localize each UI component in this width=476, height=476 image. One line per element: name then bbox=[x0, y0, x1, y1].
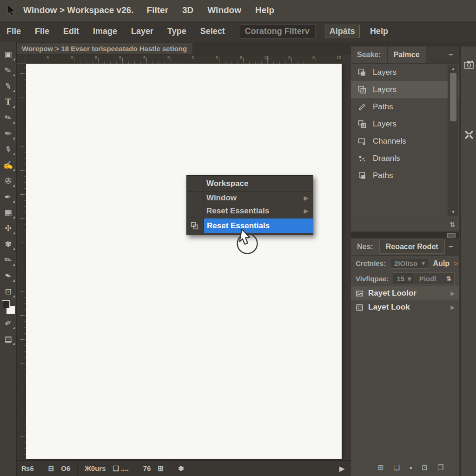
gear-icon: ❃ bbox=[178, 464, 184, 473]
flyout-triangle-icon bbox=[13, 121, 15, 124]
layet-look-row[interactable]: Layet Look ▶ bbox=[351, 300, 459, 314]
statusbar-text: Ж0urs bbox=[85, 464, 106, 472]
link-icon[interactable]: ⊞ bbox=[378, 463, 384, 472]
panel-divider[interactable] bbox=[351, 231, 459, 238]
layers-panel-list: LayersLayersPathsLayersChannelsDraanlsPa… bbox=[351, 64, 459, 219]
layers-panel-item-draanls-5[interactable]: Draanls bbox=[351, 150, 459, 167]
item-label: Channels bbox=[373, 137, 406, 146]
rayet-loolor-row[interactable]: Rayet Loolor ▶ bbox=[351, 286, 459, 300]
left-toolbar: ▣✎✎T✎✏✎✍✇✒▦✣✾✎✒⊡✐▤ bbox=[0, 42, 17, 476]
crctnles-dropdown[interactable]: 2IOliso ▾ bbox=[390, 258, 429, 269]
menubar-item-file-1[interactable]: File bbox=[35, 26, 49, 36]
layers-icon bbox=[191, 222, 198, 231]
cross-icon[interactable] bbox=[461, 130, 476, 141]
camera-icon[interactable] bbox=[461, 60, 476, 72]
tab-reoacer-rodet[interactable]: Reoacer Rodet bbox=[379, 240, 445, 254]
lasso-tool-icon: ✍ bbox=[3, 160, 13, 170]
titlebar-menu-help[interactable]: Help bbox=[255, 5, 274, 15]
menubar-item-edit-2[interactable]: Edit bbox=[63, 26, 79, 36]
flyout-triangle-icon bbox=[13, 279, 15, 282]
pattern-stamp-tool[interactable]: ▤ bbox=[0, 331, 16, 347]
layers-panel-item-layers-3[interactable]: Layers bbox=[351, 115, 459, 132]
titlebar: Window > Workspace v26. Filter 3D Window… bbox=[0, 0, 476, 20]
submenu-arrow-icon: ▶ bbox=[304, 208, 308, 214]
lasso-tool-2[interactable]: ✾ bbox=[0, 236, 16, 252]
adjustment-icon[interactable]: ▪ bbox=[410, 464, 412, 472]
crop-tool-icon: ▣ bbox=[4, 50, 12, 60]
menubar-item-select-6[interactable]: Select bbox=[200, 26, 225, 36]
tab-seake[interactable]: Seake: bbox=[351, 46, 387, 63]
context-menu-item-window[interactable]: Window ▶ bbox=[187, 192, 313, 205]
titlebar-menu-filter[interactable]: Filter bbox=[147, 5, 168, 15]
new-layer-icon[interactable]: ❐ bbox=[437, 463, 443, 472]
expand-arrow-icon[interactable]: ▶ bbox=[451, 291, 455, 297]
tab-nes[interactable]: Nes: bbox=[351, 238, 379, 255]
panel-scrollbar[interactable]: ▲ ▼ bbox=[448, 65, 458, 216]
color-swatches-icon[interactable] bbox=[1, 300, 15, 315]
type-tool[interactable]: T bbox=[0, 94, 16, 110]
layers-panel-item-layers-0[interactable]: Layers bbox=[351, 64, 459, 81]
scroll-up-icon[interactable]: ▲ bbox=[451, 65, 456, 73]
expand-arrow-icon[interactable]: ▶ bbox=[451, 304, 455, 311]
status-bar: ₨6⊟ O6Ж0urs❏ ....76⊞ ❃ ▶ bbox=[17, 460, 351, 476]
menubar-item-help[interactable]: Help bbox=[370, 26, 388, 36]
scroll-down-icon[interactable]: ▼ bbox=[451, 208, 456, 216]
titlebar-menu-window[interactable]: Window bbox=[207, 5, 241, 15]
pen-tool-4[interactable]: ✎ bbox=[0, 252, 16, 268]
stamp-tool[interactable]: ✇ bbox=[0, 173, 16, 189]
dropdown-value: 2IOliso bbox=[394, 259, 417, 267]
pen-tool-2[interactable]: ✎ bbox=[0, 110, 16, 126]
updown-arrows-icon[interactable]: ⇅ bbox=[450, 221, 455, 228]
ruler-corner bbox=[17, 55, 26, 64]
aulp-label: Aulp bbox=[433, 259, 450, 268]
layers-panel-item-layers-1[interactable]: Layers bbox=[351, 81, 459, 98]
type-tool-icon: T bbox=[5, 97, 11, 107]
collapse-panel-button[interactable]: − bbox=[449, 51, 453, 59]
menubar-item-file-0[interactable]: File bbox=[7, 26, 21, 36]
pen-tool[interactable]: ✎ bbox=[0, 62, 16, 78]
row-label: Rayet Loolor bbox=[368, 289, 416, 298]
marquee-tool[interactable]: ▦ bbox=[0, 205, 16, 220]
layers-icon bbox=[358, 86, 366, 94]
context-menu-item-reset-essentials[interactable]: Reset Essentials ▶ bbox=[187, 205, 313, 218]
scrollbar-thumb[interactable] bbox=[450, 73, 456, 121]
menubar-item-type-5[interactable]: Type bbox=[167, 26, 186, 36]
menubar-item-layer-4[interactable]: Layer bbox=[131, 26, 153, 36]
flyout-triangle-icon bbox=[13, 153, 15, 155]
ruler-number: 3 bbox=[192, 55, 194, 60]
crop-tool[interactable]: ▣ bbox=[0, 46, 16, 62]
image-icon bbox=[356, 290, 364, 298]
flyout-triangle-icon bbox=[13, 248, 15, 250]
tab-palmce[interactable]: Palmce bbox=[387, 46, 426, 63]
ruler-number: 8 bbox=[312, 55, 315, 60]
color-swatches[interactable] bbox=[0, 299, 16, 315]
size-dropdown[interactable]: 15 ▾ bbox=[393, 273, 415, 284]
updown-arrows-icon[interactable]: ⇅ bbox=[446, 275, 454, 282]
ruler-number: 13 bbox=[264, 55, 269, 60]
titlebar-menu-3d[interactable]: 3D bbox=[182, 5, 193, 15]
pencil-tool[interactable]: ✏ bbox=[0, 126, 16, 141]
divider-grip-icon[interactable] bbox=[447, 233, 456, 238]
menubar-alpats-box[interactable]: Alpáts bbox=[325, 25, 360, 38]
brush-tool-2[interactable]: ✎ bbox=[0, 141, 16, 157]
lasso-tool[interactable]: ✍ bbox=[0, 157, 16, 173]
pen-tool-3-icon: ✒ bbox=[4, 192, 12, 202]
brush-tool-3[interactable]: ✐ bbox=[0, 315, 16, 331]
layers-panel-item-paths-2[interactable]: Paths bbox=[351, 98, 459, 115]
play-arrow-icon[interactable]: ▶ bbox=[339, 465, 344, 472]
menubar-filter-box[interactable]: Coratong Filterv bbox=[239, 24, 316, 39]
frame-icon[interactable]: ⊡ bbox=[422, 463, 428, 472]
canvas[interactable] bbox=[26, 64, 342, 459]
menubar-item-image-3[interactable]: Image bbox=[93, 26, 117, 36]
layers-panel-item-paths-6[interactable]: Paths bbox=[351, 167, 459, 184]
chevron-right-icon[interactable]: > bbox=[454, 259, 458, 267]
folder-icon[interactable]: ❏ bbox=[394, 463, 400, 472]
statusbar-text: ₨6 bbox=[21, 464, 34, 472]
path-select-tool[interactable]: ✣ bbox=[0, 220, 16, 236]
collapse-panel-button[interactable]: − bbox=[449, 243, 453, 251]
frame-tool[interactable]: ⊡ bbox=[0, 284, 16, 299]
layers-panel-item-channels-4[interactable]: Channels bbox=[351, 132, 459, 150]
brush-tool[interactable]: ✎ bbox=[0, 78, 16, 94]
pen-tool-3[interactable]: ✒ bbox=[0, 189, 16, 205]
pen-tool-5[interactable]: ✒ bbox=[0, 268, 16, 284]
